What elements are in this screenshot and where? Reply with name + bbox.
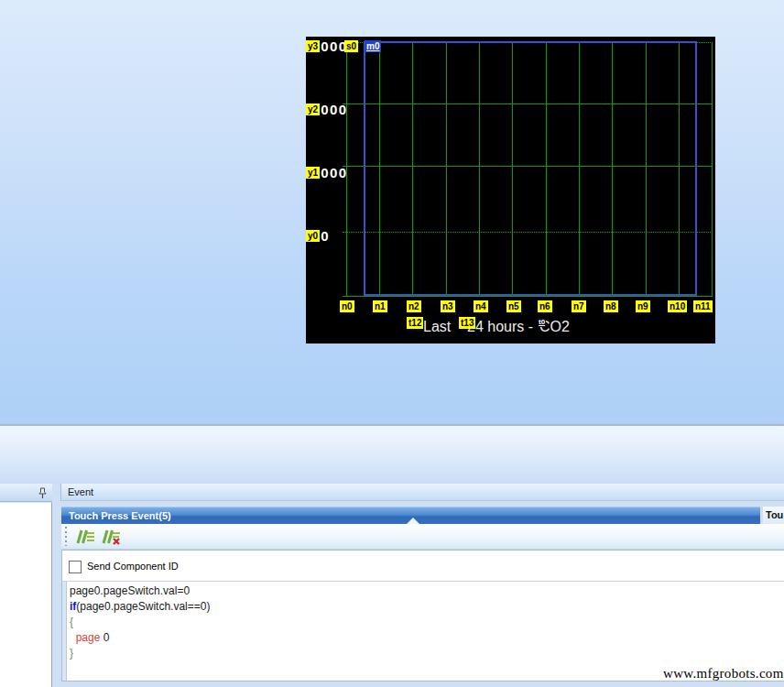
bottom-dock-area: Event Touch Press Event(5) Tou [0, 484, 784, 687]
toolbar-drag-handle[interactable] [65, 527, 67, 546]
chart-title-row: t12Last t1324 hours - CO2t0 [306, 317, 715, 337]
chart-title-text: 24 hours - [467, 319, 537, 335]
hotspot-bounds-rect[interactable] [364, 41, 697, 296]
component-tag-n10[interactable]: n10 [668, 300, 687, 312]
grid-hline [343, 296, 713, 297]
component-tag-t12[interactable]: t12 [407, 317, 423, 329]
design-canvas[interactable]: y3000y2000y1000y00 s0 m0 n0n1n2n3n4n5n6n… [0, 0, 784, 424]
send-component-id-checkbox[interactable] [69, 561, 82, 573]
code-token-brace: } [70, 647, 73, 660]
y-axis-label: y2000 [306, 104, 348, 116]
component-tag-y0[interactable]: y0 [306, 230, 320, 242]
event-editor-panel: Send Component ID page0.pageSwitch.val=0… [61, 550, 784, 682]
hmi-page-chart[interactable]: y3000y2000y1000y00 s0 m0 n0n1n2n3n4n5n6n… [306, 37, 715, 344]
pin-icon[interactable] [38, 486, 48, 503]
tab-touch-release-event-label: Tou [766, 509, 783, 520]
left-dock-header[interactable] [0, 484, 52, 502]
y-axis-value: 000 [321, 167, 348, 180]
component-tag-y1[interactable]: y1 [306, 167, 320, 179]
component-tag-y3[interactable]: y3 [306, 40, 320, 52]
component-tag-n8[interactable]: n8 [604, 300, 618, 312]
waveform-component-tag[interactable]: s0 [344, 40, 358, 52]
code-line: { [70, 615, 210, 630]
component-tag-n4[interactable]: n4 [474, 300, 488, 312]
send-component-id-label: Send Component ID [87, 561, 179, 572]
uncomment-lines-icon [98, 534, 122, 550]
y-axis-label: y00 [306, 230, 330, 243]
code-token-command: page [76, 631, 101, 644]
left-dock-panel [0, 502, 52, 687]
code-token-plain [70, 631, 76, 644]
component-tag-n3[interactable]: n3 [441, 300, 455, 312]
tab-touch-press-event-label: Touch Press Event(5) [69, 510, 171, 521]
code-line: page 0 [70, 630, 210, 646]
code-token-plain: 0 [100, 631, 109, 644]
component-tag-n1[interactable]: n1 [373, 300, 387, 312]
component-tag-n7[interactable]: n7 [572, 300, 586, 312]
code-line: page0.pageSwitch.val=0 [70, 583, 210, 599]
code-token-brace: { [70, 616, 73, 628]
component-tag-n9[interactable]: n9 [636, 300, 650, 312]
grid-vline [712, 42, 713, 296]
y-axis-label: y1000 [306, 167, 348, 180]
code-line: } [70, 646, 210, 661]
code-editor-gutter [62, 582, 67, 681]
code-lines: page0.pageSwitch.val=0if(page0.pageSwitc… [70, 583, 210, 661]
code-token-plain: (page0.pageSwitch.val==0) [76, 600, 210, 613]
component-tag-n11[interactable]: n11 [693, 300, 713, 312]
event-panel-header[interactable]: Event [60, 484, 784, 501]
comment-lines-icon [72, 534, 96, 550]
component-tag-n6[interactable]: n6 [538, 300, 552, 312]
watermark-text: www.mfgrobots.com [663, 666, 784, 682]
code-line: if(page0.pageSwitch.val==0) [70, 599, 210, 615]
component-tag-n0[interactable]: n0 [340, 300, 354, 312]
component-tag-n5[interactable]: n5 [506, 300, 521, 312]
component-tag-n2[interactable]: n2 [407, 300, 421, 312]
event-toolbar [61, 524, 784, 550]
chart-title-text: Last [423, 319, 455, 335]
event-panel-title: Event [68, 486, 93, 497]
y-axis-value: 0 [321, 230, 330, 243]
hotspot-component-tag[interactable]: m0 [365, 40, 381, 52]
component-tag-t0[interactable]: t0 [538, 318, 546, 327]
chart-title-text: CO2t0 [539, 319, 570, 335]
comment-lines-button[interactable] [72, 527, 96, 547]
code-token-plain: page0.pageSwitch.val=0 [70, 584, 190, 597]
y-axis-label: y3000 [306, 40, 348, 53]
canvas-lower-band [0, 424, 784, 485]
component-tag-t13[interactable]: t13 [459, 317, 475, 329]
tab-touch-release-event[interactable]: Tou [763, 507, 784, 524]
y-axis-value: 000 [321, 104, 348, 116]
component-tag-y2[interactable]: y2 [306, 104, 320, 115]
uncomment-lines-button[interactable] [98, 527, 122, 547]
